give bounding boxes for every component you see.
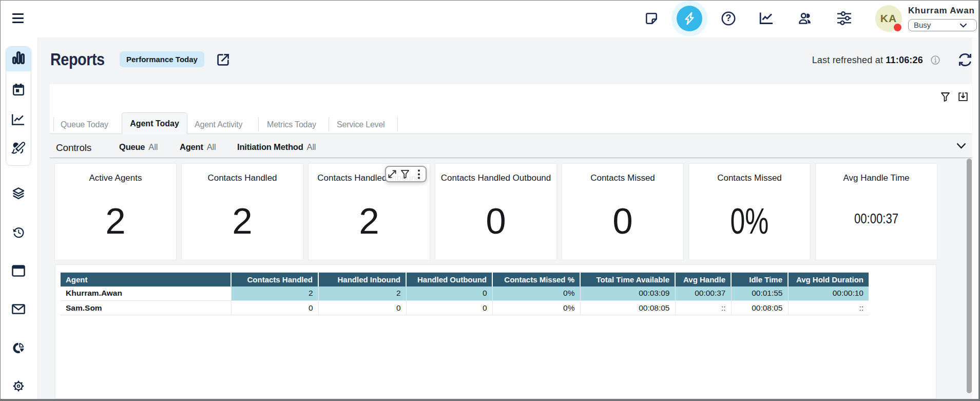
svg-text:?: ? <box>726 13 732 23</box>
